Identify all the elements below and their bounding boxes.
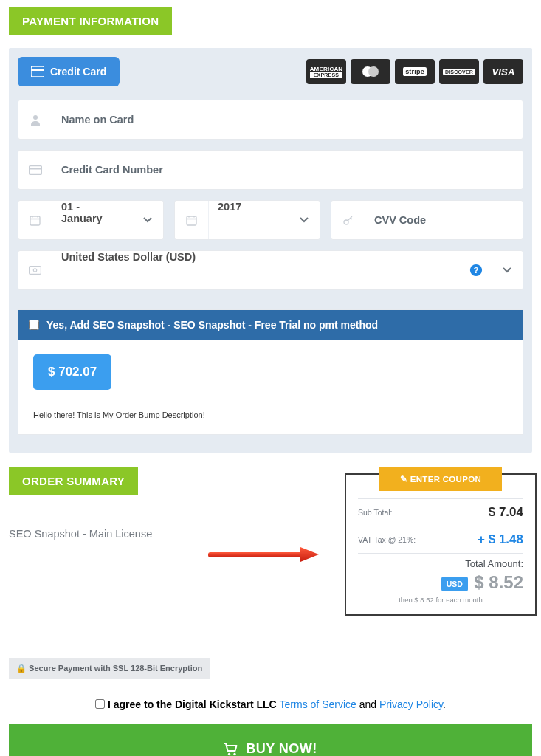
vat-value: + $ 1.48: [478, 532, 523, 547]
svg-text:?: ?: [473, 265, 478, 275]
chevron-down-icon: [492, 267, 523, 273]
brand-amex: AMERICANEXPRESS: [306, 59, 346, 84]
svg-rect-4: [29, 168, 41, 169]
order-bump-description: Hello there! This is My Order Bump Descr…: [33, 410, 508, 419]
cvv-input[interactable]: [365, 201, 523, 239]
chevron-down-icon: [132, 217, 163, 223]
svg-point-9: [33, 269, 36, 272]
brand-stripe: stripe: [395, 59, 435, 84]
agree-mid: and: [356, 698, 379, 710]
name-on-card-field-wrap: [18, 100, 523, 140]
exp-month-select[interactable]: 01 - January: [18, 200, 164, 240]
credit-card-button[interactable]: Credit Card: [18, 57, 120, 86]
svg-marker-13: [300, 547, 319, 562]
terms-link[interactable]: Terms of Service: [280, 698, 356, 710]
exp-month-value: 01 - January: [52, 201, 132, 239]
coupon-panel: ✎ ENTER COUPON Sub Total: $ 7.04 VAT Tax…: [345, 473, 537, 616]
svg-point-15: [233, 752, 235, 755]
subtotal-label: Sub Total:: [358, 508, 393, 517]
brand-mastercard: [351, 59, 390, 84]
credit-card-icon: [31, 66, 44, 77]
currency-chip: USD: [441, 577, 468, 591]
exp-year-value: 2017: [209, 201, 289, 239]
svg-point-14: [228, 752, 230, 755]
agree-prefix: I agree to the Digital Kickstart LLC: [108, 698, 280, 710]
enter-coupon-button[interactable]: ✎ ENTER COUPON: [379, 467, 502, 491]
payment-form: Credit Card AMERICANEXPRESS stripe DISCO…: [9, 48, 532, 453]
total-label: Total Amount:: [358, 558, 523, 569]
name-on-card-input[interactable]: [52, 100, 523, 139]
svg-point-2: [33, 115, 38, 120]
currency-select[interactable]: United States Dollar (USD) ?: [18, 250, 523, 290]
calendar-icon: [175, 201, 209, 239]
cart-icon: [224, 743, 238, 756]
svg-rect-12: [208, 552, 303, 557]
svg-rect-0: [31, 66, 44, 77]
card-brands: AMERICANEXPRESS stripe DISCOVER VISA: [306, 59, 523, 84]
secure-payment-strip: 🔒 Secure Payment with SSL 128-Bit Encryp…: [9, 658, 210, 679]
svg-rect-1: [31, 69, 44, 72]
buy-now-label: BUY NOW!: [246, 741, 317, 756]
svg-rect-5: [30, 216, 40, 225]
order-summary-title: ORDER SUMMARY: [9, 467, 138, 495]
card-icon: [18, 151, 52, 189]
key-icon: [331, 201, 365, 239]
order-summary-section: ORDER SUMMARY SEO Snapshot - Main Licens…: [9, 467, 532, 679]
recurring-note: then $ 8.52 for each month: [358, 596, 523, 604]
agree-suffix: .: [443, 698, 446, 710]
credit-card-label: Credit Card: [50, 66, 106, 78]
exp-year-select[interactable]: 2017: [174, 200, 320, 240]
card-number-field-wrap: [18, 150, 523, 190]
brand-discover: DISCOVER: [439, 59, 479, 84]
order-bump-checkbox[interactable]: [29, 320, 39, 330]
order-bump: Yes, Add SEO Snapshot - SEO Snapshot - F…: [18, 309, 523, 435]
svg-rect-8: [30, 267, 41, 275]
cvv-field-wrap: [331, 200, 523, 240]
svg-rect-3: [29, 165, 41, 174]
agree-terms-row: I agree to the Digital Kickstart LLC Ter…: [9, 698, 532, 710]
brand-visa: VISA: [483, 59, 523, 84]
buy-now-button[interactable]: BUY NOW!: [9, 724, 532, 756]
currency-value: United States Dollar (USD): [52, 251, 461, 289]
card-number-input[interactable]: [52, 151, 523, 189]
payment-section-title: PAYMENT INFORMATION: [9, 7, 172, 35]
currency-icon: [18, 251, 52, 289]
help-icon[interactable]: ?: [461, 264, 492, 277]
privacy-link[interactable]: Privacy Policy: [379, 698, 443, 710]
calendar-icon: [18, 201, 52, 239]
order-bump-toggle[interactable]: Yes, Add SEO Snapshot - SEO Snapshot - F…: [18, 310, 523, 340]
person-icon: [18, 100, 52, 139]
total-amount: $ 8.52: [474, 572, 523, 593]
annotation-arrow: [208, 547, 319, 562]
order-bump-price[interactable]: $ 702.07: [33, 354, 111, 390]
subtotal-value: $ 7.04: [489, 505, 523, 520]
vat-label: VAT Tax @ 21%:: [358, 535, 416, 544]
order-bump-label: Yes, Add SEO Snapshot - SEO Snapshot - F…: [46, 319, 378, 331]
agree-checkbox[interactable]: [95, 699, 105, 709]
chevron-down-icon: [289, 217, 320, 223]
svg-rect-6: [187, 216, 196, 225]
